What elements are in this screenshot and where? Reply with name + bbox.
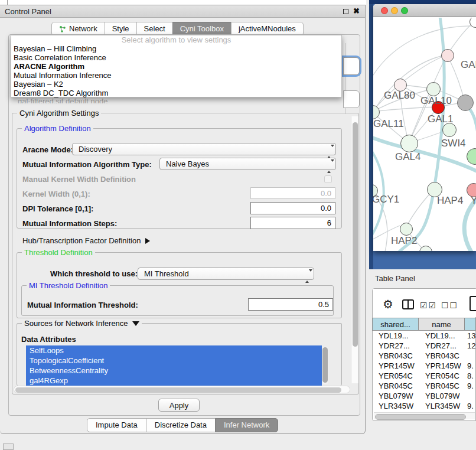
column-header-shared-name[interactable]: shared... bbox=[372, 318, 419, 331]
which-threshold-value: MI Threshold bbox=[144, 269, 189, 278]
float-window-icon[interactable] bbox=[343, 9, 348, 14]
control-panel-title: Control Panel bbox=[5, 5, 51, 18]
mi-steps-field[interactable]: 6 bbox=[250, 217, 335, 229]
deselect-all-checkboxes-icon[interactable]: ☐☐ bbox=[441, 301, 458, 310]
node-label: GCY1 bbox=[373, 194, 399, 206]
dropdown-item-dream8[interactable]: Dream8 DC_TDC Algorithm bbox=[11, 89, 341, 97]
scrollbar-thumb[interactable] bbox=[375, 414, 466, 420]
table-row[interactable]: YBR045C YBR045C 9. bbox=[373, 381, 476, 391]
aracne-mode-select[interactable]: Discovery bbox=[72, 143, 336, 155]
tab-impute-data[interactable]: Impute Data bbox=[87, 418, 146, 432]
table-row[interactable]: YPR145W YPR145W 9. bbox=[373, 361, 476, 371]
stepper-icon bbox=[327, 146, 331, 157]
minimize-traffic-light[interactable] bbox=[391, 7, 398, 14]
list-item-gal4rgexp[interactable]: gal4RGexp bbox=[26, 376, 322, 386]
minimized-panel-button[interactable] bbox=[3, 444, 14, 450]
tab-label: Style bbox=[112, 22, 129, 35]
dropdown-item-aracne[interactable]: ARACNE Algorithm bbox=[11, 62, 341, 71]
cell-name: YBR043C bbox=[419, 351, 466, 361]
cell-name: YBR045C bbox=[419, 381, 466, 391]
network-view-window: GAL GAL80 GAL10 GAL1 GAL11 SWI4 GAL4 GCY… bbox=[373, 4, 476, 251]
settings-horizontal-scrollbar[interactable] bbox=[14, 386, 350, 393]
dropdown-item-bayesian-hill-climbing[interactable]: Bayesian – Hill Climbing bbox=[11, 44, 341, 53]
node-label: GAL1 bbox=[428, 113, 453, 125]
which-threshold-select[interactable]: MI Threshold bbox=[138, 268, 314, 280]
column-header-clipped[interactable] bbox=[464, 318, 476, 331]
hub-definition-toggle[interactable]: Hub/Transcription Factor Definition bbox=[22, 236, 150, 245]
covered-table-combo[interactable] bbox=[343, 90, 360, 108]
control-panel-window: Control Panel ✖ Network Style Select Cyn… bbox=[0, 5, 366, 434]
cell-name: YDL19... bbox=[419, 331, 466, 341]
covered-algorithm-combo[interactable] bbox=[343, 57, 360, 75]
new-column-icon[interactable] bbox=[470, 296, 476, 311]
list-item-selfloops[interactable]: SelfLoops bbox=[26, 345, 322, 356]
cell-shared-name: YPR145W bbox=[373, 361, 419, 371]
cell-name: YDR27... bbox=[419, 341, 466, 351]
network-node-gal-partial[interactable] bbox=[441, 49, 454, 62]
backdrop-left-edge bbox=[369, 4, 373, 269]
mi-type-select[interactable]: Naive Bayes bbox=[159, 158, 336, 170]
table-row[interactable]: YDL19... YDL19... 13 bbox=[373, 331, 476, 341]
scrollbar-thumb[interactable] bbox=[353, 122, 358, 347]
stepper-icon bbox=[327, 161, 331, 172]
network-node-gal4[interactable] bbox=[400, 135, 418, 152]
close-traffic-light[interactable] bbox=[381, 7, 388, 14]
table-row[interactable]: YBR043C YBR043C bbox=[373, 351, 476, 361]
network-node-gray[interactable] bbox=[457, 94, 474, 111]
columns-icon-divider bbox=[407, 301, 409, 308]
mi-type-value: Naive Bayes bbox=[166, 159, 209, 168]
manual-kernel-checkbox[interactable] bbox=[324, 175, 332, 183]
network-canvas[interactable]: GAL GAL80 GAL10 GAL1 GAL11 SWI4 GAL4 GCY… bbox=[373, 18, 476, 251]
node-label: GAL11 bbox=[373, 118, 404, 130]
dropdown-item-mutual-information[interactable]: Mutual Information Inference bbox=[11, 71, 341, 80]
column-header-name[interactable]: name bbox=[418, 318, 465, 331]
tab-infer-network[interactable]: Infer Network bbox=[215, 418, 278, 432]
mi-threshold-field[interactable]: 0.5 bbox=[248, 298, 333, 311]
cell-value bbox=[466, 351, 476, 361]
manual-kernel-label: Manual Kernel Width Definition bbox=[22, 175, 136, 184]
table-row[interactable]: YBL079W YBL079W bbox=[373, 391, 476, 401]
gear-icon[interactable]: ⚙ bbox=[383, 297, 393, 311]
table-body: YDL19... YDL19... 13 YDR27... YDR27... 1… bbox=[373, 331, 476, 412]
cell-shared-name: YLR345W bbox=[373, 401, 419, 411]
list-item-betweennesscentrality[interactable]: BetweennessCentrality bbox=[26, 366, 322, 376]
network-edges bbox=[373, 18, 476, 251]
attribute-list-scrollbar[interactable] bbox=[322, 347, 328, 384]
node-label: GAL80 bbox=[384, 90, 415, 102]
network-window-titlebar[interactable] bbox=[373, 4, 476, 17]
dpi-tolerance-label: DPI Tolerance [0,1]: bbox=[22, 204, 93, 213]
dropdown-item-basic-correlation[interactable]: Basic Correlation Inference bbox=[11, 53, 341, 62]
table-row[interactable]: YDR27... YDR27... 12 bbox=[373, 341, 476, 351]
select-all-checkboxes-icon[interactable]: ☑☑ bbox=[420, 301, 437, 310]
cell-shared-name: YBR045C bbox=[373, 381, 419, 391]
network-node-hap2[interactable] bbox=[400, 223, 413, 236]
table-row[interactable]: YER054C YER054C 8. bbox=[373, 371, 476, 381]
close-icon[interactable]: ✖ bbox=[353, 6, 360, 15]
sources-group-title[interactable]: Sources for Network Inference bbox=[22, 319, 142, 328]
mi-threshold-label: Mutual Information Threshold: bbox=[27, 301, 138, 309]
scrollbar-thumb[interactable] bbox=[15, 387, 341, 393]
node-label: HAP2 bbox=[391, 235, 417, 247]
kernel-width-field[interactable]: 0.0 bbox=[250, 187, 335, 199]
table-row[interactable]: YLR345W YLR345W 9. bbox=[373, 401, 476, 411]
data-attributes-list: SelfLoops TopologicalCoefficient Between… bbox=[26, 345, 322, 386]
apply-button[interactable]: Apply bbox=[158, 399, 200, 412]
settings-vertical-scrollbar[interactable] bbox=[351, 116, 358, 383]
columns-icon[interactable] bbox=[402, 299, 414, 309]
network-node-gal10[interactable] bbox=[426, 82, 441, 96]
dpi-tolerance-field[interactable]: 0.0 bbox=[250, 202, 335, 214]
zoom-traffic-light[interactable] bbox=[401, 7, 408, 14]
dropdown-item-bayesian-k2[interactable]: Bayesian – K2 bbox=[11, 80, 341, 89]
table-horizontal-scrollbar[interactable] bbox=[374, 412, 475, 419]
top-strip bbox=[0, 0, 366, 5]
control-panel-titlebar: Control Panel ✖ bbox=[0, 5, 365, 18]
cell-shared-name: YBL079W bbox=[373, 391, 419, 401]
list-item-topologicalcoefficient[interactable]: TopologicalCoefficient bbox=[26, 356, 322, 366]
network-icon bbox=[59, 25, 66, 32]
cell-name: YPR145W bbox=[419, 361, 466, 371]
cell-value: 9. bbox=[466, 401, 476, 411]
tab-discretize-data[interactable]: Discretize Data bbox=[146, 418, 216, 432]
scrollbar-thumb[interactable] bbox=[322, 347, 328, 383]
table-row[interactable]: YIL052C YIL052C 9 bbox=[373, 411, 476, 412]
node-label: HAP4 bbox=[437, 195, 463, 207]
